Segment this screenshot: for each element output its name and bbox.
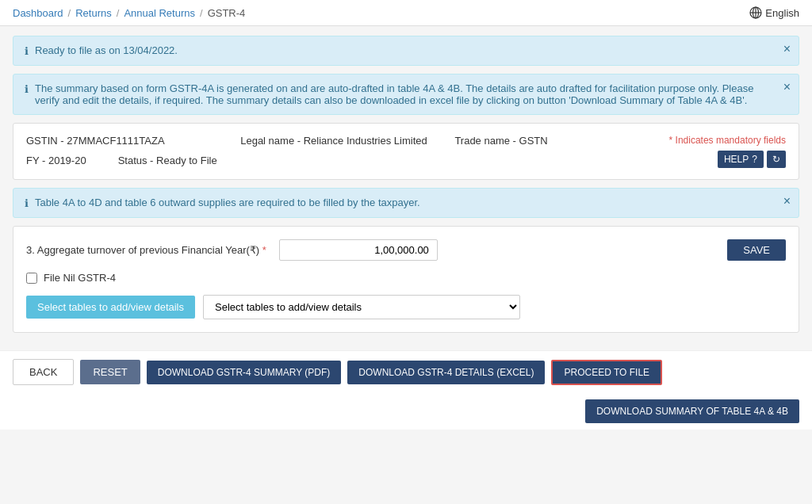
proceed-to-file-button[interactable]: PROCEED TO FILE bbox=[551, 360, 662, 385]
alert-table-info: ℹ Table 4A to 4D and table 6 outward sup… bbox=[13, 188, 799, 218]
info-card-left: GSTIN - 27MMACF1111TAZA Legal name - Rel… bbox=[26, 135, 653, 166]
secondary-bar: DOWNLOAD SUMMARY OF TABLE 4A & 4B bbox=[0, 393, 812, 430]
nil-label: File Nil GSTR-4 bbox=[44, 272, 116, 284]
main-content: ℹ Ready to file as on 13/04/2022. × ℹ Th… bbox=[0, 26, 812, 350]
alert-close-2[interactable]: × bbox=[783, 81, 791, 94]
breadcrumb-sep-3: / bbox=[200, 7, 203, 19]
mandatory-star: * bbox=[262, 244, 266, 256]
select-tables-dropdown[interactable]: Select tables to add/view details bbox=[203, 295, 520, 319]
turnover-input[interactable] bbox=[279, 239, 438, 261]
alert-close-1[interactable]: × bbox=[783, 43, 791, 55]
breadcrumb-bar: Dashboard / Returns / Annual Returns / G… bbox=[0, 0, 812, 26]
alert-close-3[interactable]: × bbox=[783, 195, 791, 208]
mandatory-note: * Indicates mandatory fields bbox=[669, 135, 786, 146]
info-grid: GSTIN - 27MMACF1111TAZA Legal name - Rel… bbox=[26, 135, 653, 147]
alert-ready-to-file: ℹ Ready to file as on 13/04/2022. × bbox=[13, 36, 799, 66]
select-tables-row: Select tables to add/view details Select… bbox=[26, 295, 786, 319]
download-pdf-button[interactable]: DOWNLOAD GSTR-4 SUMMARY (PDF) bbox=[147, 361, 342, 384]
info-icon-2: ℹ bbox=[25, 83, 29, 95]
breadcrumb-links: Dashboard / Returns / Annual Returns / G… bbox=[13, 7, 245, 19]
action-bar: BACK RESET DOWNLOAD GSTR-4 SUMMARY (PDF)… bbox=[0, 350, 812, 393]
breadcrumb-gstr4: GSTR-4 bbox=[208, 7, 246, 19]
refresh-button[interactable]: ↻ bbox=[767, 151, 786, 168]
back-button[interactable]: BACK bbox=[13, 359, 74, 385]
alert-ready-text: Ready to file as on 13/04/2022. bbox=[35, 44, 787, 56]
status-label: Status - Ready to File bbox=[118, 155, 217, 166]
turnover-label: 3. Aggregate turnover of previous Financ… bbox=[26, 244, 266, 256]
help-label: HELP bbox=[724, 154, 749, 165]
reset-button[interactable]: RESET bbox=[80, 360, 140, 384]
refresh-icon: ↻ bbox=[772, 154, 780, 165]
download-summary-button[interactable]: DOWNLOAD SUMMARY OF TABLE 4A & 4B bbox=[585, 399, 799, 423]
help-button[interactable]: HELP ? bbox=[718, 151, 764, 168]
info-icon-1: ℹ bbox=[25, 45, 29, 57]
info-card: GSTIN - 27MMACF1111TAZA Legal name - Rel… bbox=[13, 123, 799, 180]
breadcrumb-sep-2: / bbox=[117, 7, 120, 19]
language-selector[interactable]: English bbox=[749, 6, 799, 19]
fy-label: FY - 2019-20 bbox=[26, 155, 86, 166]
info-card-right: * Indicates mandatory fields HELP ? ↻ bbox=[669, 135, 786, 168]
nil-checkbox-row: File Nil GSTR-4 bbox=[26, 272, 786, 284]
info-icon-3: ℹ bbox=[25, 197, 29, 209]
globe-icon bbox=[749, 6, 762, 19]
breadcrumb-sep-1: / bbox=[68, 7, 71, 19]
language-label: English bbox=[765, 7, 799, 19]
legal-name-label: Legal name - Reliance Industries Limited bbox=[240, 135, 439, 147]
help-refresh-group: HELP ? ↻ bbox=[718, 151, 786, 168]
save-button[interactable]: SAVE bbox=[727, 239, 786, 261]
download-excel-button[interactable]: DOWNLOAD GSTR-4 DETAILS (EXCEL) bbox=[347, 361, 545, 384]
breadcrumb-annual-returns[interactable]: Annual Returns bbox=[124, 7, 195, 19]
turnover-row: 3. Aggregate turnover of previous Financ… bbox=[26, 239, 786, 261]
alert-summary-text: The summary based on form GSTR-4A is gen… bbox=[35, 82, 787, 106]
nil-checkbox[interactable] bbox=[26, 273, 37, 284]
info-row2: FY - 2019-20 Status - Ready to File bbox=[26, 155, 653, 166]
alert-summary-info: ℹ The summary based on form GSTR-4A is g… bbox=[13, 74, 799, 115]
help-icon: ? bbox=[752, 154, 757, 165]
alert-table-text: Table 4A to 4D and table 6 outward suppl… bbox=[35, 197, 787, 208]
trade-name-label: Trade name - GSTN bbox=[454, 135, 653, 147]
info-card-top-row: GSTIN - 27MMACF1111TAZA Legal name - Rel… bbox=[26, 135, 786, 168]
breadcrumb-returns[interactable]: Returns bbox=[75, 7, 112, 19]
select-tables-button[interactable]: Select tables to add/view details bbox=[26, 296, 195, 319]
breadcrumb-dashboard[interactable]: Dashboard bbox=[13, 7, 63, 19]
form-section: 3. Aggregate turnover of previous Financ… bbox=[13, 226, 799, 333]
gstin-label: GSTIN - 27MMACF1111TAZA bbox=[26, 135, 224, 147]
